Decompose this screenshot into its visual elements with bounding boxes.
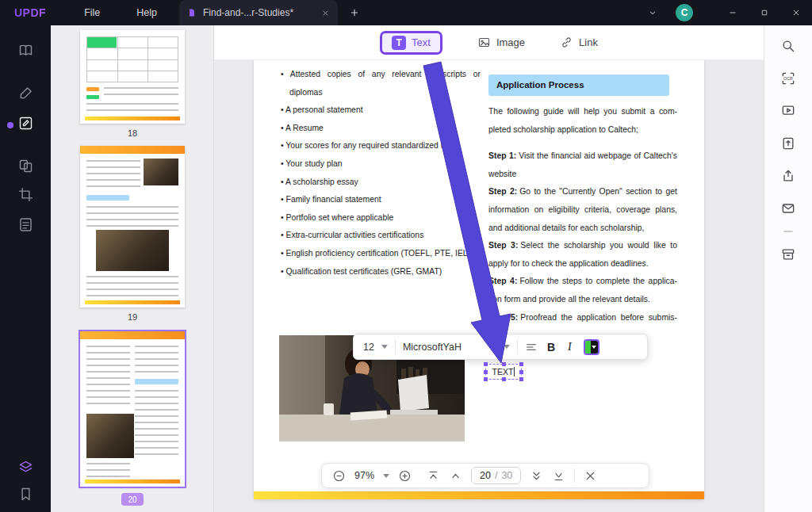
new-text-box[interactable]: TEXT [485, 364, 522, 380]
link-tool-button[interactable]: Link [560, 36, 598, 49]
step-paragraph[interactable]: Step 1:Visit the financial aid webpage o… [488, 147, 677, 183]
comment-button[interactable] [12, 79, 39, 106]
image-tool-button[interactable]: Image [477, 36, 525, 49]
toolbar-divider [517, 340, 518, 354]
list-item[interactable]: Extra-curricular activities certificatio… [281, 227, 481, 245]
layers-button[interactable] [12, 453, 39, 480]
step-paragraph[interactable]: Step 3:Select the scholarship you would … [488, 237, 677, 273]
snapshot-button[interactable] [776, 244, 800, 265]
organize-pages-button[interactable] [12, 152, 39, 179]
chevron-down-icon[interactable] [383, 474, 389, 478]
tab-close-icon[interactable] [321, 9, 330, 17]
zoom-out-icon[interactable] [332, 469, 346, 483]
next-page-icon[interactable] [530, 469, 543, 483]
toolbar-divider [395, 340, 396, 354]
text-line: website [488, 166, 677, 184]
first-page-icon[interactable] [427, 469, 440, 483]
document-icon [187, 8, 197, 17]
close-button[interactable] [780, 0, 812, 25]
text-lines-placeholder [86, 103, 178, 111]
previous-page-icon[interactable] [449, 469, 462, 483]
list-item[interactable]: A scholarship essay [281, 174, 481, 192]
font-family-value[interactable]: MicrosoftYaH [403, 342, 496, 353]
resize-handle[interactable] [484, 370, 488, 374]
bookmark-button[interactable] [12, 480, 39, 507]
menu-help[interactable]: Help [136, 7, 157, 18]
text-lines-placeholder [86, 276, 178, 296]
list-item[interactable]: A Resume [281, 120, 481, 138]
crop-button[interactable] [12, 181, 39, 208]
list-item[interactable]: A personal statement [281, 101, 481, 120]
link-tool-label: Link [579, 36, 598, 48]
intro-paragraph[interactable]: The following guide will help you submit… [488, 103, 677, 139]
step-paragraph[interactable]: Step 2:Go to the "Currently Open" sectio… [488, 183, 677, 237]
resize-handle[interactable] [519, 362, 523, 366]
forms-button[interactable] [12, 211, 39, 238]
step-paragraph[interactable]: Step 4:Follow the steps to complete the … [488, 273, 677, 308]
resize-handle[interactable] [484, 362, 488, 366]
resize-handle[interactable] [502, 362, 506, 366]
export-button[interactable] [776, 133, 800, 154]
user-avatar[interactable]: C [676, 4, 693, 21]
ocr-button[interactable]: OCR [776, 68, 800, 89]
font-color-picker[interactable] [584, 339, 599, 355]
chevron-down-icon[interactable] [504, 345, 510, 349]
text-line: Step 4:Follow the steps to complete the … [488, 273, 677, 291]
text-lines-placeholder [104, 87, 178, 98]
section-header[interactable]: Application Process [488, 75, 669, 96]
thumbnail-page-20-selected[interactable] [80, 331, 185, 487]
current-page-badge: 20 [121, 493, 144, 506]
slideshow-button[interactable] [776, 101, 800, 121]
thumbnail-page-18[interactable] [80, 30, 185, 124]
text-tool-button[interactable]: T Text [380, 31, 442, 55]
document-tab[interactable]: Find-and-...r-Studies* [179, 0, 338, 25]
resize-handle[interactable] [519, 377, 523, 381]
thumbnail-label-18: 18 [51, 128, 214, 138]
text-line: Step 1:Visit the financial aid webpage o… [488, 147, 677, 166]
reader-mode-button[interactable] [12, 36, 39, 63]
text-line: Step 5:Proofread the application before … [488, 309, 677, 327]
text-cursor [514, 367, 515, 376]
close-bar-icon[interactable] [584, 469, 597, 483]
chevron-down-icon[interactable] [647, 7, 658, 18]
list-item[interactable]: Your scores for any required standardize… [281, 137, 481, 155]
list-item[interactable]: Family financial statement [281, 191, 481, 209]
step-paragraph[interactable]: Step 5:Proofread the application before … [488, 309, 677, 327]
list-item[interactable]: Portfolio set where applicable [281, 209, 481, 227]
page-number-box[interactable]: 20 / 30 [471, 467, 521, 484]
maximize-button[interactable] [749, 0, 780, 25]
email-button[interactable] [776, 198, 800, 219]
main-area: T Text Image Link Attested copies of any… [214, 25, 764, 512]
thumbnail-page-19[interactable] [80, 146, 185, 308]
list-item[interactable]: Attested copies of any relevant transcri… [281, 66, 481, 101]
search-button[interactable] [776, 36, 800, 56]
text-format-toolbar: 12 MicrosoftYaH B I [353, 334, 648, 360]
edit-pdf-button[interactable] [12, 109, 39, 136]
resize-handle[interactable] [519, 370, 523, 374]
document-area: Attested copies of any relevant transcri… [214, 60, 764, 512]
resize-handle[interactable] [484, 377, 488, 381]
zoom-in-icon[interactable] [398, 469, 412, 483]
list-item[interactable]: Your study plan [281, 155, 481, 174]
font-size-value[interactable]: 12 [363, 342, 374, 353]
menu-file[interactable]: File [84, 7, 100, 18]
zoom-level[interactable]: 97% [354, 470, 374, 481]
thumb-photo-placeholder [144, 159, 178, 185]
last-page-icon[interactable] [552, 469, 565, 483]
chevron-down-icon[interactable] [381, 345, 388, 349]
text-line: The following guide will help you submit… [488, 103, 677, 121]
resize-handle[interactable] [502, 377, 506, 381]
minimize-button[interactable] [717, 0, 749, 25]
share-button[interactable] [776, 166, 800, 186]
list-item[interactable]: English proficiency certification (TOEFL… [281, 245, 481, 263]
bold-button[interactable]: B [545, 341, 557, 353]
list-item[interactable]: Qualification test certificates (GRE, GM… [281, 263, 481, 281]
align-icon[interactable] [525, 341, 538, 353]
new-tab-icon[interactable] [349, 7, 360, 18]
share-icon [780, 168, 796, 184]
text-line: pleted scholarship application to Caltec… [488, 121, 677, 139]
thumb-tag-green [86, 95, 99, 99]
titlebar: UPDF File Help Find-and-...r-Studies* C [0, 0, 812, 25]
maximize-icon [760, 8, 769, 17]
italic-button[interactable]: I [565, 341, 575, 353]
